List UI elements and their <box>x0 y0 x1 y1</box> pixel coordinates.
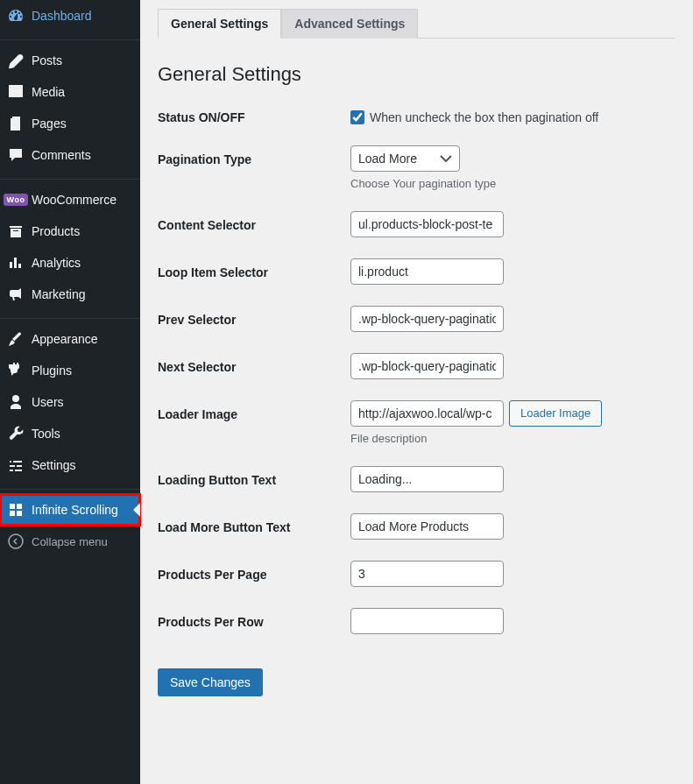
collapse-label: Collapse menu <box>32 535 108 548</box>
row-content-selector: Content Selector <box>158 211 675 237</box>
sidebar-item-pages[interactable]: Pages <box>0 108 140 139</box>
sidebar-item-label: Marketing <box>32 287 85 301</box>
label-loader-image: Loader Image <box>158 400 350 421</box>
loadmore-text-input[interactable] <box>350 513 504 540</box>
label-loop-item: Loop Item Selector <box>158 258 350 279</box>
row-per-row: Products Per Row <box>158 608 675 634</box>
label-per-row: Products Per Row <box>158 608 350 629</box>
sidebar-item-dashboard[interactable]: Dashboard <box>0 0 140 32</box>
sidebar-item-label: Comments <box>32 148 91 162</box>
menu-separator <box>0 175 140 180</box>
sidebar-item-woocommerce[interactable]: Woo WooCommerce <box>0 184 140 215</box>
status-text: When uncheck the box then pagination off <box>370 110 598 124</box>
svg-point-0 <box>9 534 23 548</box>
menu-separator <box>0 485 140 490</box>
sidebar-item-label: Plugins <box>32 364 72 378</box>
sidebar-item-analytics[interactable]: Analytics <box>0 247 140 279</box>
label-status: Status ON/OFF <box>158 103 350 124</box>
page-icon <box>7 115 25 132</box>
sliders-icon <box>7 456 25 474</box>
next-selector-input[interactable] <box>350 353 504 379</box>
sidebar-item-label: Users <box>32 395 64 409</box>
sidebar-item-label: Products <box>32 224 80 238</box>
pin-icon <box>7 52 25 69</box>
per-page-input[interactable] <box>350 561 504 587</box>
loader-image-button[interactable]: Loader Image <box>509 400 602 427</box>
label-prev-selector: Prev Selector <box>158 306 350 327</box>
label-next-selector: Next Selector <box>158 353 350 374</box>
row-loadmore-text: Load More Button Text <box>158 513 675 540</box>
sidebar-item-media[interactable]: Media <box>0 76 140 108</box>
main-content: General Settings Advanced Settings Gener… <box>140 0 693 784</box>
comment-icon <box>7 146 25 164</box>
megaphone-icon <box>7 286 25 303</box>
wrench-icon <box>7 425 25 442</box>
user-icon <box>7 393 25 411</box>
tabs: General Settings Advanced Settings <box>158 8 675 39</box>
label-per-page: Products Per Page <box>158 561 350 582</box>
menu-separator <box>0 314 140 319</box>
sidebar-item-settings[interactable]: Settings <box>0 449 140 481</box>
sidebar-item-label: Tools <box>32 427 60 441</box>
status-checkbox[interactable] <box>350 110 364 124</box>
row-loop-item: Loop Item Selector <box>158 258 675 285</box>
tab-general[interactable]: General Settings <box>158 9 281 39</box>
sidebar-item-label: WooCommerce <box>32 193 117 207</box>
sidebar-item-label: Media <box>32 85 65 99</box>
loader-image-input[interactable] <box>350 400 504 427</box>
row-prev-selector: Prev Selector <box>158 306 675 332</box>
row-loader-image: Loader Image Loader Image File descripti… <box>158 400 675 445</box>
media-icon <box>7 83 25 101</box>
woocommerce-icon: Woo <box>7 191 25 208</box>
sidebar-item-label: Posts <box>32 53 62 67</box>
prev-selector-input[interactable] <box>350 306 504 332</box>
loop-item-input[interactable] <box>350 258 504 285</box>
loading-text-input[interactable] <box>350 466 504 492</box>
sidebar-item-posts[interactable]: Posts <box>0 45 140 76</box>
row-status: Status ON/OFF When uncheck the box then … <box>158 103 675 124</box>
pagination-type-desc: Choose Your pagination type <box>350 177 675 190</box>
admin-sidebar: Dashboard Posts Media Pages Comments Woo <box>0 0 140 784</box>
sidebar-item-infinite-scrolling[interactable]: Infinite Scrolling <box>0 494 140 526</box>
sidebar-item-label: Settings <box>32 458 76 472</box>
sidebar-item-users[interactable]: Users <box>0 386 140 418</box>
loader-image-desc: File description <box>350 432 675 445</box>
sidebar-item-label: Pages <box>32 117 67 131</box>
content-selector-input[interactable] <box>350 211 504 237</box>
collapse-menu[interactable]: Collapse menu <box>0 526 140 557</box>
grid-icon <box>7 501 25 519</box>
label-content-selector: Content Selector <box>158 211 350 232</box>
sidebar-item-label: Infinite Scrolling <box>32 503 118 517</box>
per-row-input[interactable] <box>350 608 504 634</box>
label-loading-text: Loading Button Text <box>158 466 350 487</box>
sidebar-item-label: Analytics <box>32 256 81 270</box>
sidebar-item-appearance[interactable]: Appearance <box>0 323 140 355</box>
chart-icon <box>7 254 25 272</box>
menu-separator <box>0 36 140 40</box>
plug-icon <box>7 362 25 379</box>
row-pagination-type: Pagination Type Load More Choose Your pa… <box>158 145 675 190</box>
pagination-type-select[interactable]: Load More <box>350 145 460 172</box>
row-next-selector: Next Selector <box>158 353 675 379</box>
collapse-icon <box>7 533 25 550</box>
label-loadmore-text: Load More Button Text <box>158 513 350 534</box>
sidebar-item-products[interactable]: Products <box>0 215 140 247</box>
sidebar-item-marketing[interactable]: Marketing <box>0 279 140 310</box>
label-pagination-type: Pagination Type <box>158 145 350 166</box>
row-loading-text: Loading Button Text <box>158 466 675 492</box>
sidebar-item-plugins[interactable]: Plugins <box>0 355 140 386</box>
sidebar-item-tools[interactable]: Tools <box>0 418 140 449</box>
save-changes-button[interactable]: Save Changes <box>158 668 263 696</box>
page-title: General Settings <box>158 63 675 86</box>
sidebar-item-comments[interactable]: Comments <box>0 139 140 171</box>
row-per-page: Products Per Page <box>158 561 675 587</box>
archive-icon <box>7 222 25 240</box>
brush-icon <box>7 330 25 348</box>
dashboard-icon <box>7 7 25 25</box>
sidebar-item-label: Dashboard <box>32 9 92 23</box>
sidebar-item-label: Appearance <box>32 332 98 346</box>
tab-advanced[interactable]: Advanced Settings <box>281 9 418 39</box>
